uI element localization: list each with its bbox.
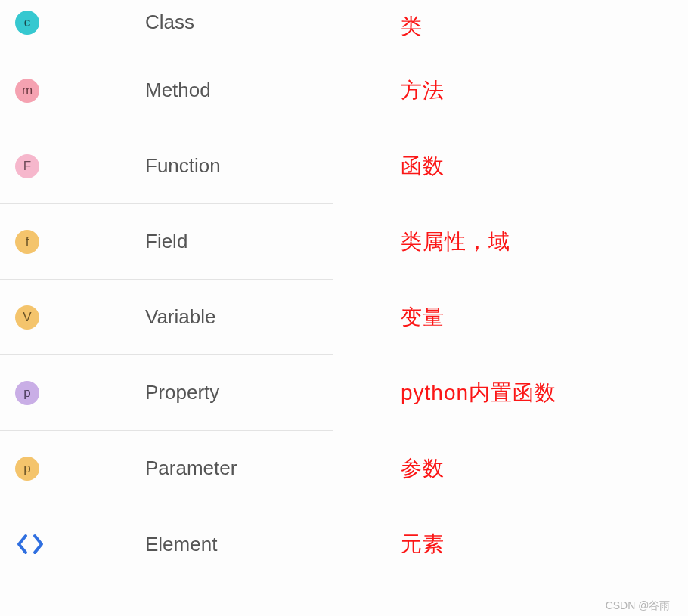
field-icon: f	[15, 230, 39, 254]
legend-right-cell: 参数	[333, 454, 688, 483]
legend-translation: 变量	[401, 303, 445, 332]
legend-left-cell: Element	[0, 506, 333, 582]
legend-left-cell: F Function	[0, 128, 333, 204]
class-icon: c	[15, 11, 39, 35]
legend-label: Function	[145, 154, 221, 178]
legend-left-cell: p Property	[0, 355, 333, 431]
legend-translation: 函数	[401, 152, 445, 181]
watermark-text: CSDN @谷雨__	[606, 599, 682, 613]
legend-right-cell: 类属性，域	[333, 228, 688, 256]
legend-label: Class	[145, 11, 194, 34]
legend-right-cell: 方法	[333, 76, 688, 105]
legend-table: c Class 类 m Method 方法 F Function 函数 f Fi…	[0, 0, 688, 582]
function-icon: F	[15, 154, 39, 178]
legend-row-property: p Property python内置函数	[0, 355, 688, 431]
variable-icon: V	[15, 305, 39, 330]
legend-translation: 类	[401, 12, 423, 41]
legend-translation: 元素	[401, 530, 445, 559]
parameter-icon: p	[15, 457, 39, 481]
legend-right-cell: python内置函数	[333, 379, 688, 407]
legend-row-class: c Class 类	[0, 0, 688, 53]
legend-right-cell: 变量	[333, 303, 688, 332]
legend-row-field: f Field 类属性，域	[0, 204, 688, 280]
property-icon: p	[15, 381, 39, 405]
legend-label: Property	[145, 381, 219, 404]
legend-translation: python内置函数	[401, 379, 556, 407]
legend-left-cell: V Variable	[0, 280, 333, 355]
element-icon	[15, 529, 45, 559]
legend-translation: 方法	[401, 76, 445, 105]
legend-right-cell: 函数	[333, 152, 688, 181]
legend-row-function: F Function 函数	[0, 128, 688, 204]
legend-left-cell: p Parameter	[0, 431, 333, 506]
legend-left-cell: f Field	[0, 204, 333, 280]
legend-left-cell: c Class	[0, 11, 333, 42]
legend-label: Field	[145, 230, 187, 253]
legend-row-variable: V Variable 变量	[0, 280, 688, 355]
legend-right-cell: 元素	[333, 530, 688, 559]
legend-translation: 参数	[401, 454, 445, 483]
legend-label: Method	[145, 79, 211, 102]
legend-label: Element	[145, 533, 217, 556]
method-icon: m	[15, 79, 39, 103]
legend-label: Variable	[145, 305, 215, 329]
legend-label: Parameter	[145, 457, 237, 480]
legend-left-cell: m Method	[0, 53, 333, 128]
legend-row-parameter: p Parameter 参数	[0, 431, 688, 506]
legend-row-element: Element 元素	[0, 506, 688, 582]
legend-right-cell: 类	[333, 12, 688, 41]
legend-translation: 类属性，域	[401, 228, 510, 256]
legend-row-method: m Method 方法	[0, 53, 688, 128]
